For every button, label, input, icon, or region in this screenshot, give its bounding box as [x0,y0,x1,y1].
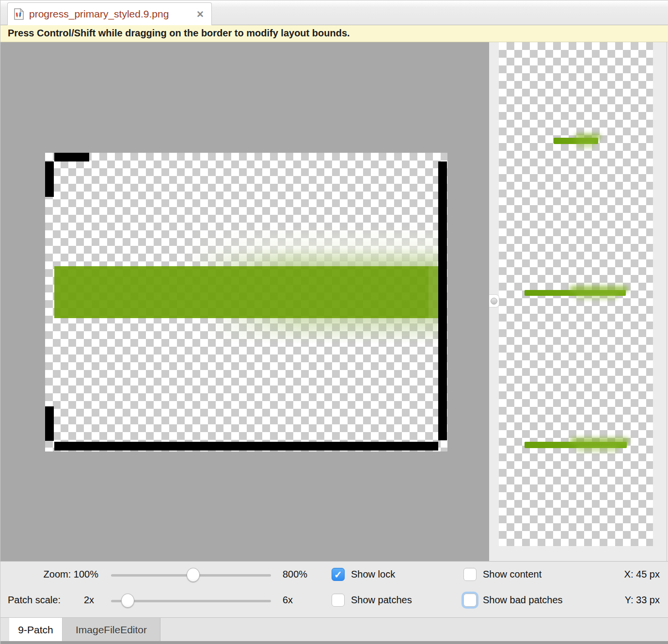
preview-pane [489,42,668,561]
patch-scale-label: Patch scale: [8,595,61,606]
patch-scale-current: 2x [84,595,94,606]
close-icon[interactable]: ✕ [195,9,206,20]
tab-imagefileeditor[interactable]: ImageFileEditor [63,618,160,642]
preview-bar-small [554,138,598,144]
green-glow-below [205,318,438,344]
file-tab-bar: progress_primary_styled.9.png ✕ [0,0,668,25]
splitter-dot-icon [491,298,497,305]
show-lock-label[interactable]: Show lock [351,569,395,580]
x-coordinate-readout: X: 45 px [624,569,660,580]
file-tab-title: progress_primary_styled.9.png [29,8,190,20]
show-content-label[interactable]: Show content [483,569,541,580]
show-bad-patches-checkbox[interactable] [463,594,477,607]
preview-bar-medium [525,290,626,296]
show-content-checkbox[interactable] [463,568,477,581]
progress-bar-pixels [54,266,438,318]
zoom-label: Zoom: 100% [0,569,98,580]
preview-bar-large [525,442,627,448]
image-file-icon [14,8,24,20]
patch-marker-right[interactable] [438,161,447,440]
show-patches-checkbox[interactable] [332,594,345,607]
show-patches-label[interactable]: Show patches [351,595,412,606]
ninepatch-editor-window: progress_primary_styled.9.png ✕ Press Co… [0,0,668,644]
zoom-slider-thumb[interactable] [187,568,200,582]
splitter-handle[interactable] [489,294,499,307]
zoom-max-label: 800% [283,569,307,580]
show-bad-patches-label[interactable]: Show bad patches [483,595,563,606]
patch-scale-max: 6x [283,595,293,606]
green-glow-above [186,225,438,266]
patch-marker-left-bottom[interactable] [45,406,54,441]
patch-scale-slider-thumb[interactable] [121,594,134,608]
patch-scale-slider-track[interactable] [111,600,271,602]
show-lock-checkbox[interactable]: ✓ [332,568,345,581]
patch-marker-left-top[interactable] [45,161,54,197]
tab-9patch[interactable]: 9-Patch [9,618,63,642]
y-coordinate-readout: Y: 33 px [625,595,660,606]
editor-mode-tab-bar: 9-Patch ImageFileEditor [0,617,668,641]
editor-canvas [0,42,489,561]
hint-banner: Press Control/Shift while dragging on th… [0,25,668,42]
window-bottom-strip [0,641,668,644]
pane-right-border [667,42,667,561]
control-panel: Zoom: 100% 800% ✓ Show lock Show content… [0,561,668,617]
patch-marker-bottom[interactable] [54,442,438,451]
ninepatch-image[interactable] [45,153,447,451]
patch-marker-top[interactable] [54,153,89,161]
file-tab[interactable]: progress_primary_styled.9.png ✕ [7,2,212,25]
